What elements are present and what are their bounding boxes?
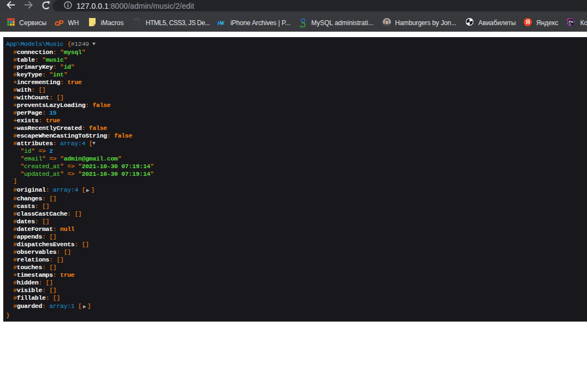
- svg-text:Я: Я: [525, 19, 530, 25]
- svg-text:PS: PS: [569, 20, 573, 23]
